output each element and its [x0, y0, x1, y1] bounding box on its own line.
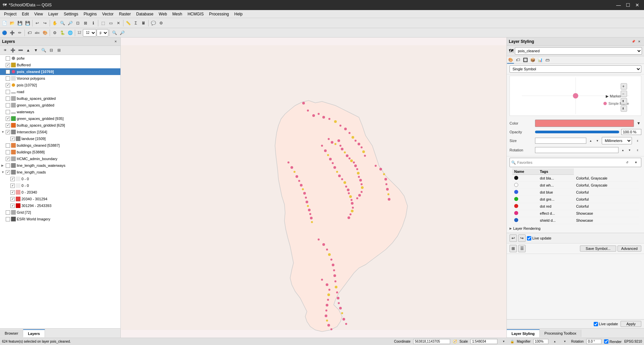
layer-expand-icon[interactable]: ▶	[1, 164, 5, 167]
layer-item[interactable]: ✓301294 - 2543393	[0, 202, 120, 209]
layer-visibility-checkbox[interactable]: ✓	[10, 197, 15, 201]
layer-item[interactable]: buildings [53888]	[0, 149, 120, 155]
magnifier-input[interactable]	[533, 339, 548, 344]
layer-item[interactable]: ✓landuse [1509]	[0, 135, 120, 142]
apply-button[interactable]: Apply	[621, 321, 641, 327]
menu-web[interactable]: Web	[156, 11, 169, 17]
layer-visibility-checkbox[interactable]	[6, 90, 10, 94]
menu-processing[interactable]: Processing	[206, 11, 231, 17]
new-project-button[interactable]: 📄	[1, 19, 8, 27]
layer-visibility-checkbox[interactable]: ✓	[6, 123, 10, 128]
close-button[interactable]: ✕	[633, 1, 641, 9]
rotation-up-button[interactable]: ▲	[621, 148, 625, 152]
layer-item[interactable]: ✓pois_cleaned [10769]	[0, 68, 120, 75]
layer-expand-icon[interactable]: ▼	[1, 130, 5, 134]
layers-filter[interactable]: 🔍	[40, 47, 47, 54]
symbol-table-row[interactable]: dot redColorful	[512, 203, 639, 210]
styling-tab-fields[interactable]: 🗃	[544, 56, 551, 64]
save-project-button[interactable]: 💾	[16, 19, 23, 27]
undo-button[interactable]: ↩	[34, 19, 41, 27]
menu-project[interactable]: Project	[1, 11, 19, 17]
layers-add[interactable]: ➕	[9, 47, 16, 54]
live-update-label[interactable]: Live update	[527, 236, 551, 240]
symbol-table-row[interactable]: dot wh...Colorful, Grayscale	[512, 182, 639, 189]
layer-item[interactable]: ✓Buffered	[0, 62, 120, 68]
layers-visible-toggle[interactable]: 👁	[1, 47, 9, 54]
menu-mesh[interactable]: Mesh	[170, 11, 185, 17]
layer-item[interactable]: ▼✓line_length_roads	[0, 169, 120, 176]
layer-visibility-checkbox[interactable]	[6, 150, 10, 154]
magnifier-up-button[interactable]: ▲	[551, 338, 558, 345]
live-update-bottom-checkbox[interactable]	[594, 322, 598, 326]
add-layer-button[interactable]: ➕	[8, 29, 16, 37]
menu-settings[interactable]: Settings	[61, 11, 81, 17]
layer-visibility-checkbox[interactable]	[6, 76, 10, 81]
font-size-select[interactable]: 12 14 16	[83, 29, 96, 37]
font-unit-select[interactable]: px pt	[97, 29, 108, 37]
size-unit-select[interactable]: Millimeters Pixels	[602, 137, 632, 144]
select-rect-button[interactable]: ▭	[107, 19, 114, 27]
save-symbol-button[interactable]: Save Symbol...	[580, 246, 616, 252]
layers-expand-all[interactable]: ⊞	[55, 47, 63, 54]
redo-style-button[interactable]: ↪	[518, 234, 526, 242]
layers-collapse-all[interactable]: ⊟	[48, 47, 55, 54]
tab-layer-styling[interactable]: Layer Styling	[507, 329, 540, 337]
layer-visibility-checkbox[interactable]: ✓	[6, 63, 10, 67]
layers-move-up[interactable]: ▲	[24, 47, 32, 54]
layer-item[interactable]: buildings_cleaned [53887]	[0, 142, 120, 149]
size-up-button[interactable]: ▲	[588, 139, 593, 143]
layer-visibility-checkbox[interactable]	[6, 143, 10, 148]
layers-remove[interactable]: ➖	[17, 47, 24, 54]
layer-visibility-checkbox[interactable]	[6, 110, 10, 114]
symbol-table-row[interactable]: shield d...Showcase	[512, 217, 639, 224]
layer-item[interactable]: Voronoi polygons	[0, 75, 120, 82]
label-button[interactable]: 🏷	[26, 29, 33, 37]
layer-prop-button[interactable]: ⚙	[157, 19, 165, 27]
tab-layers[interactable]: Layers	[23, 329, 45, 337]
size-expr-button[interactable]: ε	[634, 137, 641, 144]
zoom-out-button[interactable]: 🔎	[66, 19, 74, 27]
color-picker-button[interactable]	[535, 120, 634, 127]
menu-layer[interactable]: Layer	[46, 11, 61, 17]
layer-visibility-checkbox[interactable]	[6, 210, 10, 215]
favorites-menu-button[interactable]: ▼	[632, 159, 640, 166]
layer-name-select[interactable]: pois_cleaned	[515, 47, 642, 55]
layer-visibility-checkbox[interactable]: ✓	[6, 70, 10, 74]
rotation-status-input[interactable]	[586, 339, 601, 344]
layer-visibility-checkbox[interactable]: ✓	[6, 157, 10, 161]
layer-visibility-checkbox[interactable]: ✓	[6, 170, 10, 175]
layer-visibility-checkbox[interactable]: ✓	[10, 137, 15, 141]
layer-item[interactable]: ✓builtup_spaces_gridded [629]	[0, 122, 120, 129]
label-abc-button[interactable]: abc	[34, 29, 41, 37]
layer-visibility-checkbox[interactable]: ✓	[10, 184, 15, 188]
styling-pin-button[interactable]: 📌	[631, 39, 636, 44]
save-as-button[interactable]: 💾	[24, 19, 31, 27]
layer-item[interactable]: ✓0 - 0	[0, 176, 120, 182]
layer-item[interactable]: ✓0 - 0	[0, 182, 120, 189]
layers-move-down[interactable]: ▼	[32, 47, 40, 54]
styling-tab-3d[interactable]: 📦	[529, 56, 536, 64]
layer-visibility-checkbox[interactable]	[6, 96, 10, 101]
advanced-button[interactable]: Advanced	[618, 246, 641, 252]
size-input[interactable]: 2.00000	[535, 138, 586, 144]
layer-rendering-header[interactable]: ▶ Layer Rendering	[509, 225, 641, 231]
zoom-in-button[interactable]: 🔍	[59, 19, 66, 27]
minimize-button[interactable]: —	[614, 1, 623, 9]
layer-visibility-checkbox[interactable]: ✓	[6, 83, 10, 87]
layer-item[interactable]: waterways	[0, 109, 120, 115]
layer-visibility-checkbox[interactable]: ✓	[6, 130, 10, 134]
select-button[interactable]: ⬚	[99, 19, 107, 27]
favorites-refresh-button[interactable]: ↺	[624, 159, 631, 166]
layer-item[interactable]: ▼✓Intersection [1564]	[0, 129, 120, 135]
live-update-bottom-label[interactable]: Live update	[594, 322, 618, 326]
menu-raster[interactable]: Raster	[116, 11, 133, 17]
scale-dropdown-button[interactable]: ▼	[500, 338, 507, 345]
map-canvas[interactable]	[121, 38, 506, 338]
layer-item[interactable]: ✓20340 - 301294	[0, 196, 120, 202]
maximize-button[interactable]: ☐	[624, 1, 632, 9]
rotation-input[interactable]: 0.00 °	[535, 147, 619, 153]
redo-button[interactable]: ↪	[41, 19, 49, 27]
layer-expand-icon[interactable]: ▼	[1, 170, 5, 174]
coordinate-input[interactable]	[413, 339, 450, 344]
styling-close-button[interactable]: ✕	[637, 39, 642, 44]
